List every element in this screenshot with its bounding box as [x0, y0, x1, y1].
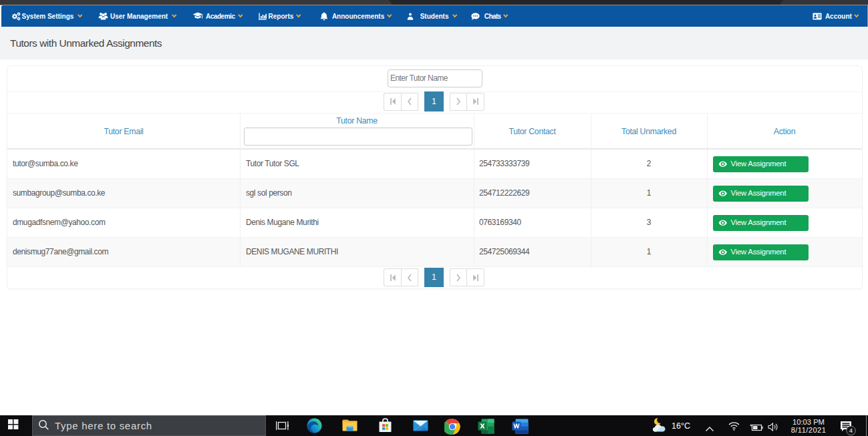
svg-text:4: 4: [849, 427, 853, 434]
